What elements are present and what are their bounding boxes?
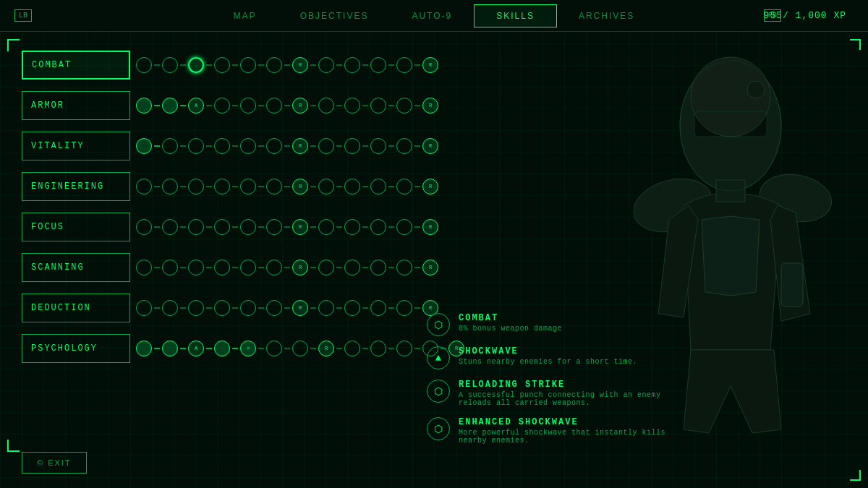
node-filled[interactable] [136,341,152,356]
node[interactable] [188,138,204,154]
node-filled[interactable] [162,341,178,356]
node[interactable] [396,179,412,194]
skill-row-deduction[interactable]: DEDUCTION R [22,289,405,327]
node[interactable] [370,98,386,114]
node-filled[interactable] [214,341,230,356]
node-special[interactable]: R [318,341,334,356]
node[interactable] [266,260,282,275]
node[interactable] [214,138,230,154]
node[interactable] [396,98,412,114]
tab-archives[interactable]: ARCHIVES [557,5,656,27]
node[interactable] [318,300,334,316]
node[interactable] [370,179,386,194]
node[interactable] [214,260,230,275]
node[interactable] [266,57,282,73]
node[interactable] [214,98,230,114]
node-special[interactable]: R [292,300,308,316]
node[interactable] [240,179,256,194]
skill-row-combat[interactable]: COMBAT R [22,46,405,84]
node-special[interactable]: R [292,219,308,235]
node[interactable] [214,57,230,73]
node[interactable] [344,341,360,356]
skill-label-vitality[interactable]: VITALITY [22,132,130,160]
skill-label-engineering[interactable]: ENGINEERING [22,172,130,201]
node[interactable] [162,179,178,194]
node[interactable] [188,179,204,194]
node[interactable] [188,219,204,235]
node[interactable] [344,300,360,316]
node[interactable] [370,300,386,316]
node[interactable] [344,179,360,194]
lb-icon[interactable]: LB [14,9,32,22]
node[interactable] [344,138,360,154]
node-filled[interactable] [136,138,152,154]
node[interactable] [136,179,152,194]
node-special-filled[interactable]: A [188,98,204,114]
skill-row-vitality[interactable]: VITALITY R [22,127,405,165]
node[interactable] [162,57,178,73]
node[interactable] [214,219,230,235]
node[interactable] [266,219,282,235]
node[interactable] [136,219,152,235]
node-filled[interactable]: = [240,341,256,356]
node[interactable] [214,300,230,316]
skill-row-psychology[interactable]: PSYCHOLOGY A = R [22,330,405,367]
node[interactable] [240,260,256,275]
node[interactable] [240,138,256,154]
node[interactable] [396,260,412,275]
node[interactable] [188,300,204,316]
node-selected[interactable] [188,57,204,73]
node[interactable] [240,98,256,114]
node[interactable] [370,138,386,154]
skill-label-deduction[interactable]: DEDUCTION [22,294,130,322]
skill-row-focus[interactable]: FOCUS R [22,208,405,246]
skill-label-armor[interactable]: ARMOR [22,91,130,120]
node[interactable] [318,57,334,73]
node[interactable] [240,219,256,235]
node[interactable] [318,98,334,114]
node-special[interactable]: R [292,138,308,154]
node[interactable] [318,138,334,154]
node-special-filled[interactable]: A [188,341,204,356]
node[interactable] [344,57,360,73]
node-filled[interactable] [162,98,178,114]
node-special[interactable]: R [292,260,308,275]
node[interactable] [240,300,256,316]
node[interactable] [136,300,152,316]
node[interactable] [292,341,308,356]
tab-auto9[interactable]: AUTO-9 [390,5,474,27]
node[interactable] [162,138,178,154]
node[interactable] [188,260,204,275]
node[interactable] [162,260,178,275]
node[interactable] [240,57,256,73]
node[interactable] [396,57,412,73]
node[interactable] [370,57,386,73]
node[interactable] [344,260,360,275]
node-special[interactable]: R [292,57,308,73]
skill-label-combat[interactable]: COMBAT [22,51,130,80]
node[interactable] [162,219,178,235]
node[interactable] [344,98,360,114]
node-special[interactable]: R [292,179,308,194]
node[interactable] [214,179,230,194]
node[interactable] [266,300,282,316]
node[interactable] [136,57,152,73]
node[interactable] [266,98,282,114]
node-filled[interactable] [136,98,152,114]
node[interactable] [396,341,412,356]
skill-label-psychology[interactable]: PSYCHOLOGY [22,334,130,363]
skill-row-engineering[interactable]: ENGINEERING R [22,168,405,205]
node[interactable] [266,138,282,154]
skill-label-focus[interactable]: FOCUS [22,213,130,241]
node[interactable] [344,219,360,235]
skill-label-scanning[interactable]: SCANNING [22,253,130,282]
node[interactable] [136,260,152,275]
node[interactable] [318,219,334,235]
node[interactable] [370,260,386,275]
node[interactable] [396,219,412,235]
node[interactable] [162,300,178,316]
node[interactable] [396,300,412,316]
skill-row-armor[interactable]: ARMOR A R [22,87,405,124]
node[interactable] [318,260,334,275]
tab-skills[interactable]: SKILLS [474,4,557,27]
